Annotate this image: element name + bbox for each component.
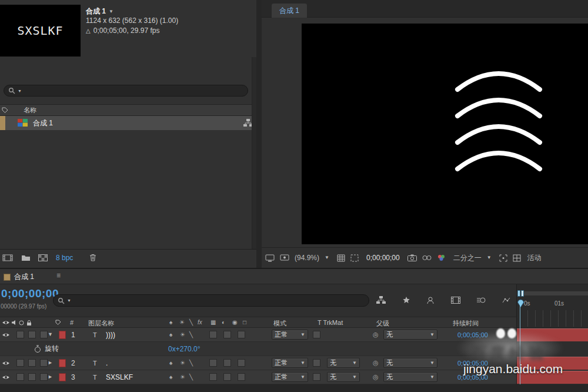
layer-3-duration-bar[interactable] xyxy=(517,371,588,384)
parent-select[interactable]: 无 ▼ xyxy=(383,358,437,368)
motion-blur-icon[interactable] xyxy=(476,297,486,304)
row-collapse-icon[interactable]: ☀ xyxy=(180,356,185,370)
work-area-bar[interactable] xyxy=(517,291,588,295)
layer-duration[interactable]: 0;00;05;00 xyxy=(457,370,488,384)
layer-name-column-header[interactable]: 图层名称 xyxy=(88,319,114,328)
layer-name[interactable]: SXSLKF xyxy=(106,370,133,384)
adjustment-switch-icon[interactable]: ◉ xyxy=(232,319,238,325)
layer-row-2[interactable]: ► 2 T . ♠ ☀ ╲ 正常 ▼ 无 ▼ ◎ 无 ▼ xyxy=(0,356,516,370)
property-row-rotation[interactable]: 旋转 0x+270.0° xyxy=(0,342,516,356)
label-color-swatch[interactable] xyxy=(59,331,66,339)
time-ruler[interactable]: 0s 01s xyxy=(517,284,588,328)
blend-mode-select[interactable]: 正常 ▼ xyxy=(272,372,308,382)
draft-3d-icon[interactable] xyxy=(402,296,410,304)
duration-column-header[interactable]: 持续时间 xyxy=(453,319,479,328)
grid-guides-icon[interactable] xyxy=(337,254,345,262)
pickwhip-icon[interactable]: ◎ xyxy=(373,328,379,341)
property-value[interactable]: 0x+270.0° xyxy=(168,342,201,356)
layer-name[interactable]: . xyxy=(106,356,108,370)
layer-name[interactable]: )))) xyxy=(106,328,115,341)
row-quality-icon[interactable]: ╲ xyxy=(189,328,193,341)
stopwatch-icon[interactable] xyxy=(34,342,41,356)
mode-column-header[interactable]: 模式 xyxy=(273,319,286,328)
expand-caret-icon[interactable]: ▼ xyxy=(48,328,53,341)
parent-select[interactable]: 无 ▼ xyxy=(383,372,437,382)
tab-composition[interactable]: 合成 1 xyxy=(272,4,307,18)
switch-box[interactable] xyxy=(238,359,245,367)
panel-divider[interactable] xyxy=(256,0,262,268)
row-quality-icon[interactable]: ╲ xyxy=(189,356,193,370)
name-column-header[interactable]: 名称 xyxy=(24,106,36,115)
work-area-start-handle2[interactable] xyxy=(521,290,524,297)
solo-toggle[interactable] xyxy=(28,373,36,381)
trkmat-select[interactable]: 无 ▼ xyxy=(327,372,360,382)
timeline-search-input[interactable]: ▼ xyxy=(53,294,369,307)
layer-duration[interactable]: 0;00;05;00 xyxy=(457,328,488,341)
zoom-level[interactable]: (94.9%) xyxy=(295,254,319,262)
region-of-interest-icon[interactable] xyxy=(350,254,359,262)
row-collapse-icon[interactable]: ☀ xyxy=(180,370,185,384)
trash-icon[interactable] xyxy=(89,254,96,261)
comp-info-caret-icon[interactable]: ▼ xyxy=(109,9,113,14)
layer-row-3[interactable]: ► 3 T SXSLKF ♠ ☀ ╲ 正常 ▼ 无 ▼ ◎ 无 ▼ xyxy=(0,370,516,384)
lock-toggle[interactable] xyxy=(40,359,48,367)
current-timecode[interactable]: 0;00;00;00 xyxy=(1,287,59,300)
zoom-caret-icon[interactable]: ▼ xyxy=(325,255,329,260)
layer-2-duration-bar[interactable] xyxy=(517,357,588,370)
blend-mode-select[interactable]: 正常 ▼ xyxy=(272,358,308,368)
channel-rgb-icon[interactable] xyxy=(437,254,446,261)
expand-caret-icon[interactable]: ► xyxy=(48,356,53,370)
switch-box[interactable] xyxy=(223,359,231,367)
hash-column-header[interactable]: # xyxy=(70,319,74,326)
comp-flowchart-icon[interactable] xyxy=(376,296,386,304)
parent-column-header[interactable]: 父级 xyxy=(376,319,389,328)
audio-toggle[interactable] xyxy=(16,359,24,367)
pickwhip-icon[interactable]: ◎ xyxy=(373,356,379,370)
motion-blur-switch-icon[interactable]: ◐ xyxy=(222,319,225,325)
eye-icon[interactable] xyxy=(2,356,10,370)
snapshot-camera-icon[interactable] xyxy=(407,254,417,261)
panel-menu-icon[interactable]: ≡ xyxy=(56,271,61,280)
row-shy-icon[interactable]: ♠ xyxy=(169,328,172,341)
collapse-switch-icon[interactable]: ☀ xyxy=(179,319,185,325)
search-caret-icon[interactable]: ▼ xyxy=(18,89,22,93)
shy-layers-icon[interactable] xyxy=(426,297,435,304)
switch-box[interactable] xyxy=(238,373,245,381)
playhead-pin-icon[interactable] xyxy=(517,297,524,308)
trkmat-column-header[interactable]: T TrkMat xyxy=(318,319,343,326)
solo-toggle[interactable] xyxy=(28,331,36,338)
project-item-label[interactable]: 合成 1 xyxy=(33,118,53,128)
shy-switch-icon[interactable]: ♠ xyxy=(169,319,172,325)
quality-switch-icon[interactable]: ╲ xyxy=(189,319,193,325)
row-collapse-icon[interactable]: ☀ xyxy=(180,328,185,341)
eye-icon[interactable] xyxy=(2,370,10,384)
project-search-input[interactable]: ▼ xyxy=(4,85,248,97)
always-preview-icon[interactable] xyxy=(265,254,275,262)
trkmat-select[interactable]: 无 ▼ xyxy=(327,358,360,368)
layer-duration[interactable]: 0;00;05;00 xyxy=(457,356,488,370)
playhead-line[interactable] xyxy=(520,303,520,384)
primary-viewer-icon[interactable] xyxy=(280,254,289,262)
label-color-swatch[interactable] xyxy=(59,359,66,367)
switch-box[interactable] xyxy=(223,373,231,381)
pixel-aspect-icon[interactable] xyxy=(513,254,521,262)
show-snapshot-icon[interactable] xyxy=(422,255,432,261)
frame-blend-icon[interactable] xyxy=(451,297,460,304)
active-camera-select[interactable]: 活动 xyxy=(527,253,542,263)
expand-caret-icon[interactable]: ► xyxy=(48,370,53,384)
work-area-start-handle[interactable] xyxy=(517,290,520,297)
panel-options-icon[interactable] xyxy=(2,107,8,114)
preserve-transparency-toggle[interactable] xyxy=(313,331,320,338)
switch-box[interactable] xyxy=(209,373,217,381)
row-quality-icon[interactable]: ╲ xyxy=(189,370,193,384)
blend-mode-select[interactable]: 正常 ▼ xyxy=(272,330,308,340)
switch-box[interactable] xyxy=(223,331,231,338)
parent-select[interactable]: 无 ▼ xyxy=(383,330,437,340)
new-composition-icon[interactable] xyxy=(38,254,48,261)
target-region-icon[interactable] xyxy=(499,254,507,262)
resolution-caret-icon[interactable]: ▼ xyxy=(487,255,492,260)
graph-editor-icon[interactable] xyxy=(502,297,510,304)
lock-toggle[interactable] xyxy=(40,373,48,381)
resolution-select[interactable]: 二分之一 xyxy=(453,253,482,263)
switch-box[interactable] xyxy=(209,359,217,367)
